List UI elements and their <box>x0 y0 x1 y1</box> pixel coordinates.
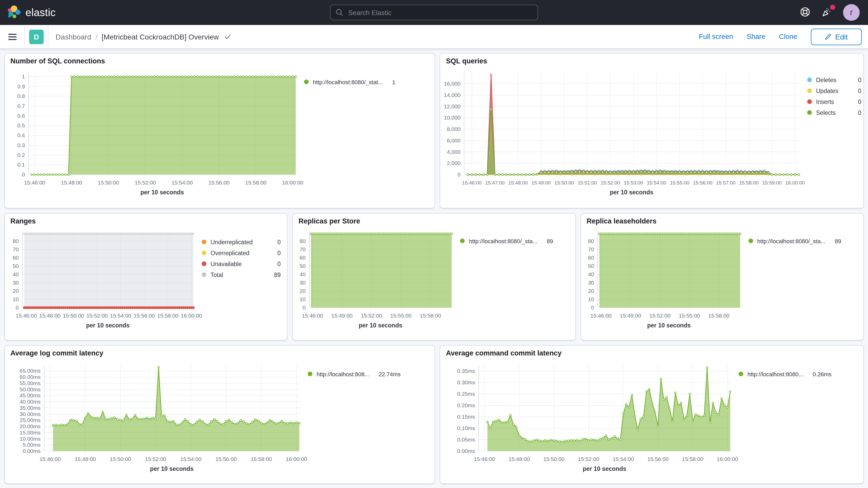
x-axis-label: per 10 seconds <box>583 465 626 472</box>
svg-text:15:46:00: 15:46:00 <box>39 456 61 462</box>
nav-right-controls: r <box>799 4 868 21</box>
dashboard-app-badge[interactable]: D <box>29 29 44 44</box>
chart-canvas: 0.00ms5.00ms10.00ms15.00ms20.00ms25.00ms… <box>5 345 435 483</box>
chart-avg-log-commit-latency[interactable]: 0.00ms5.00ms10.00ms15.00ms20.00ms25.00ms… <box>5 345 435 483</box>
svg-text:30: 30 <box>13 280 19 285</box>
svg-text:15:49:00: 15:49:00 <box>620 313 641 318</box>
series <box>23 233 194 309</box>
svg-text:20: 20 <box>300 288 306 294</box>
help-button[interactable] <box>799 7 811 18</box>
svg-text:20: 20 <box>13 288 19 294</box>
legend-color-dot <box>807 110 812 115</box>
legend-color-dot <box>202 272 206 277</box>
full-screen-link[interactable]: Full screen <box>699 33 733 40</box>
svg-text:8,000: 8,000 <box>447 126 461 132</box>
panel-ranges: Ranges 0102030405060708015:46:0015:48:00… <box>4 213 288 340</box>
legend-label: Selects <box>816 110 854 116</box>
chart-avg-command-commit-latency[interactable]: 0.00ms0.05ms0.10ms0.15ms0.20ms0.25ms0.30… <box>440 345 863 483</box>
svg-text:10: 10 <box>300 296 306 302</box>
legend-value: 1 <box>392 79 395 85</box>
legend-item[interactable]: http://localhost:8080/_sta...89 <box>748 236 841 246</box>
svg-text:15:58:00: 15:58:00 <box>682 456 703 462</box>
search-input[interactable] <box>347 8 532 17</box>
legend-item[interactable]: Deletes0 <box>807 74 861 85</box>
legend-item[interactable]: http://localhost:808...22.74ms <box>308 368 401 379</box>
svg-text:15:56:00: 15:56:00 <box>647 456 669 462</box>
svg-text:15:53:00: 15:53:00 <box>624 180 643 186</box>
panel-title: Ranges <box>10 217 36 225</box>
svg-text:15:51:00: 15:51:00 <box>578 180 597 186</box>
legend-value: 0 <box>858 110 861 116</box>
legend-color-dot <box>304 80 309 84</box>
check-icon[interactable] <box>224 33 231 40</box>
svg-text:0.4: 0.4 <box>18 132 25 138</box>
svg-text:10: 10 <box>588 296 594 302</box>
svg-text:50: 50 <box>13 263 19 269</box>
legend-item[interactable]: http://localhost:8080/_stat...1 <box>304 77 395 87</box>
legend-color-dot <box>807 78 812 82</box>
legend-item[interactable]: Selects0 <box>807 107 861 118</box>
x-axis-label: per 10 seconds <box>610 189 653 196</box>
svg-text:30: 30 <box>300 280 306 285</box>
chart-legend: http://localhost:8080/_sta...89 <box>748 236 841 246</box>
legend-color-dot <box>807 88 812 93</box>
svg-text:60.00ms: 60.00ms <box>20 374 40 380</box>
panel-replica-leaseholders: Replica leaseholders 0102030405060708015… <box>580 213 864 340</box>
svg-text:15:46:00: 15:46:00 <box>462 180 482 186</box>
svg-text:15:48:00: 15:48:00 <box>74 456 96 462</box>
legend-value: 0.26ms <box>813 371 831 377</box>
svg-text:16:00:00: 16:00:00 <box>181 313 202 318</box>
chart-replicas-per-store[interactable]: 0102030405060708015:46:0015:49:0015:52:0… <box>293 214 576 340</box>
svg-text:0.6: 0.6 <box>18 113 25 119</box>
svg-text:0.05ms: 0.05ms <box>457 436 475 443</box>
legend-item[interactable]: Overreplicated0 <box>202 247 281 258</box>
legend-label: Updates <box>816 88 854 94</box>
svg-text:15:48:00: 15:48:00 <box>61 180 82 186</box>
panel-average-command-commit-latency: Average command commit latency 0.00ms0.0… <box>440 345 864 484</box>
breadcrumb-current-title[interactable]: [Metricbeat CockroachDB] Overview <box>102 32 219 41</box>
legend-item[interactable]: Updates0 <box>807 85 861 96</box>
svg-text:15:48:00: 15:48:00 <box>39 313 61 318</box>
elastic-home-link[interactable]: elastic <box>0 5 63 20</box>
chart-legend: http://localhost:808...22.74ms <box>308 368 401 379</box>
chart-canvas: 02,0004,0006,0008,00010,00012,00014,0001… <box>440 54 863 208</box>
svg-text:15:46:00: 15:46:00 <box>24 180 45 186</box>
newsfeed-button[interactable] <box>821 7 833 18</box>
svg-text:40: 40 <box>13 271 19 277</box>
chart-ranges[interactable]: 0102030405060708015:46:0015:48:0015:50:0… <box>5 214 287 340</box>
menu-button[interactable] <box>0 25 25 48</box>
svg-text:0.25ms: 0.25ms <box>457 391 475 397</box>
share-link[interactable]: Share <box>747 33 765 40</box>
x-axis-label: per 10 seconds <box>359 322 402 329</box>
series <box>31 76 297 176</box>
legend-item[interactable]: Inserts0 <box>807 96 861 107</box>
legend-label: http://localhost:8080/_sta... <box>757 238 826 244</box>
chart-sql-connections[interactable]: 00.10.20.30.40.50.60.70.80.9115:46:0015:… <box>5 54 435 208</box>
legend-item[interactable]: Underreplicated0 <box>202 237 281 247</box>
legend-item[interactable]: Total89 <box>202 269 281 280</box>
elastic-logo-icon <box>7 5 21 20</box>
svg-text:16:00:00: 16:00:00 <box>286 456 307 462</box>
svg-text:0.20ms: 0.20ms <box>457 402 475 408</box>
legend-item[interactable]: Unavailable0 <box>202 258 281 269</box>
legend-color-dot <box>807 99 812 104</box>
svg-text:15:54:00: 15:54:00 <box>110 313 131 318</box>
svg-text:0.00ms: 0.00ms <box>457 448 475 454</box>
svg-text:40: 40 <box>300 271 306 277</box>
legend-item[interactable]: http://localhost:8080/_sta...89 <box>460 236 553 246</box>
legend-item[interactable]: http://localhost:8080...0.26ms <box>739 368 831 379</box>
clone-link[interactable]: Clone <box>779 33 797 40</box>
chart-replica-leaseholders[interactable]: 0102030405060708015:46:0015:49:0015:52:0… <box>581 214 863 340</box>
breadcrumb-dashboard-link[interactable]: Dashboard <box>56 32 91 41</box>
edit-button[interactable]: Edit <box>811 28 862 45</box>
user-avatar[interactable]: r <box>843 4 860 21</box>
svg-text:0.3: 0.3 <box>18 142 25 148</box>
chart-legend: Deletes0Updates0Inserts0Selects0 <box>807 74 861 118</box>
svg-text:15:46:00: 15:46:00 <box>302 313 323 318</box>
gridlines <box>464 71 799 178</box>
svg-text:65.00ms: 65.00ms <box>20 368 40 374</box>
chart-sql-queries[interactable]: 02,0004,0006,0008,00010,00012,00014,0001… <box>440 54 863 208</box>
global-search[interactable] <box>330 5 538 20</box>
legend-label: http://localhost:8080/_sta... <box>469 238 537 244</box>
top-nav: elastic <box>0 0 868 25</box>
